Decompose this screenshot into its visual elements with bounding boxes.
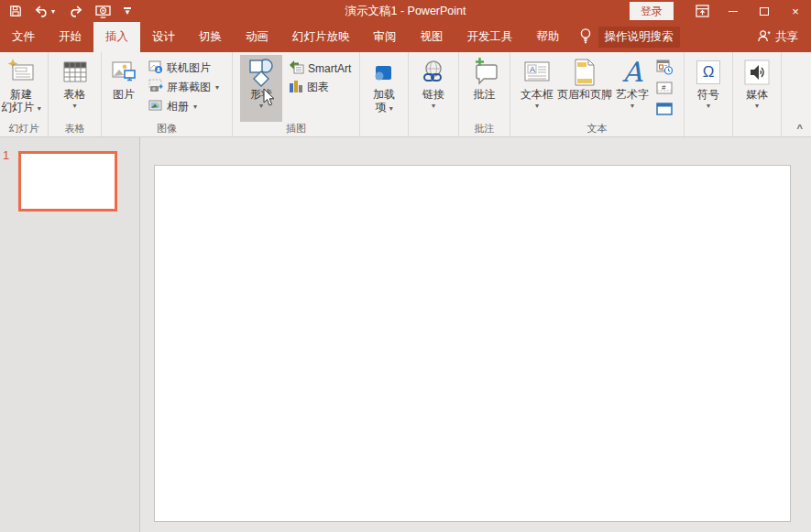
new-slide-icon (5, 57, 37, 88)
group-label-slides: 幻灯片 (0, 122, 48, 136)
table-button[interactable]: 表格 ▾ (54, 55, 96, 122)
pictures-button[interactable]: 图片 (102, 55, 146, 122)
tab-animations[interactable]: 动画 (234, 22, 280, 52)
tab-design[interactable]: 设计 (140, 22, 187, 52)
tab-insert[interactable]: 插入 (93, 22, 140, 52)
photo-album-label: 相册 (167, 99, 189, 114)
quick-access-toolbar: ▾ ▾ (0, 5, 131, 18)
date-and-time-button[interactable] (653, 59, 675, 77)
group-illustrations: 形状 ▾ SmartArt 图表 插图 (232, 52, 359, 136)
new-slide-button[interactable]: 新建 幻灯片 ▾ (0, 55, 42, 122)
tab-developer[interactable]: 开发工具 (455, 22, 525, 52)
tab-help[interactable]: 帮助 (525, 22, 572, 52)
photo-album-icon (148, 98, 163, 115)
undo-icon[interactable]: ▾ (35, 5, 55, 17)
person-plus-icon (757, 29, 771, 45)
addins-button[interactable]: 加载 项 ▾ (363, 55, 405, 122)
smartart-label: SmartArt (308, 62, 351, 75)
group-label-comments: 批注 (459, 122, 510, 136)
tell-me-search-input[interactable]: 操作说明搜索 (598, 27, 680, 48)
tab-slideshow[interactable]: 幻灯片放映 (280, 22, 362, 52)
dropdown-arrow-icon: ▾ (215, 83, 219, 92)
media-button[interactable]: 媒体 ▾ (736, 55, 778, 122)
customize-quick-access-icon[interactable]: ▾ (124, 7, 131, 15)
smartart-button[interactable]: SmartArt (286, 59, 354, 78)
comment-button[interactable]: 批注 (464, 55, 506, 122)
svg-text:#: # (662, 83, 666, 92)
group-addins: 加载 项 ▾ (359, 52, 408, 136)
redo-icon[interactable] (68, 5, 82, 17)
group-label-illustrations: 插图 (233, 122, 359, 136)
share-label: 共享 (775, 29, 798, 45)
editing-area (140, 137, 811, 532)
save-icon[interactable] (9, 5, 22, 17)
dropdown-arrow-icon: ▾ (535, 103, 539, 110)
text-box-icon: A (521, 57, 553, 88)
tab-review[interactable]: 审阅 (362, 22, 409, 52)
link-icon (418, 57, 449, 88)
group-links: 链接 ▾ (408, 52, 458, 136)
online-pictures-icon (148, 60, 163, 77)
media-icon (741, 57, 773, 88)
online-pictures-label: 联机图片 (167, 60, 211, 76)
symbol-button[interactable]: Ω 符号 ▾ (687, 55, 729, 122)
group-comments: 批注 批注 (458, 52, 510, 136)
group-label-addins (360, 122, 408, 136)
chart-icon (289, 79, 303, 96)
dropdown-arrow-icon: ▾ (630, 103, 634, 110)
group-label-links (409, 122, 458, 136)
tab-file[interactable]: 文件 (0, 22, 47, 52)
wordart-icon: A (622, 59, 642, 86)
group-label-images: 图像 (102, 122, 232, 136)
screenshot-button[interactable]: 屏幕截图 ▾ (146, 78, 222, 97)
object-icon (656, 103, 673, 118)
slide-1-thumbnail[interactable] (18, 151, 117, 212)
group-media: 媒体 ▾ (732, 52, 782, 136)
photo-album-button[interactable]: 相册 ▾ (146, 97, 222, 116)
slide-number-label: 1 (3, 148, 9, 162)
header-footer-button[interactable]: 页眉和页脚 (558, 55, 611, 122)
date-and-time-icon (656, 59, 673, 78)
table-icon (60, 57, 91, 88)
online-pictures-button[interactable]: 联机图片 (146, 59, 222, 78)
screenshot-label: 屏幕截图 (167, 80, 211, 95)
ribbon-display-options-icon[interactable] (686, 0, 718, 22)
maximize-button[interactable] (749, 0, 780, 22)
group-tables: 表格 ▾ 表格 (48, 52, 101, 136)
collapse-ribbon-icon[interactable]: ^ (797, 123, 803, 134)
slide-canvas[interactable] (154, 165, 791, 522)
svg-text:A: A (530, 65, 535, 74)
comment-icon (469, 57, 500, 88)
tab-home[interactable]: 开始 (47, 22, 93, 52)
tab-view[interactable]: 视图 (409, 22, 455, 52)
slide-number-button[interactable]: # (653, 80, 675, 98)
dropdown-arrow-icon: ▾ (259, 103, 263, 110)
minimize-button[interactable] (718, 0, 749, 22)
wordart-button[interactable]: A 艺术字 ▾ (611, 55, 653, 122)
object-button[interactable] (653, 101, 675, 119)
dropdown-arrow-icon: ▾ (389, 104, 393, 113)
tab-transitions[interactable]: 切换 (187, 22, 234, 52)
dropdown-arrow-icon: ▾ (193, 103, 197, 111)
link-button[interactable]: 链接 ▾ (412, 55, 455, 122)
undo-dropdown-icon[interactable]: ▾ (51, 7, 55, 16)
text-box-button[interactable]: A 文本框 ▾ (516, 55, 558, 122)
close-button[interactable]: × (780, 0, 811, 22)
group-text: A 文本框 ▾ 页眉和页脚 A 艺术字 ▾ (510, 52, 684, 136)
shapes-button[interactable]: 形状 ▾ (240, 55, 282, 122)
sign-in-button[interactable]: 登录 (630, 2, 674, 20)
pictures-icon (108, 57, 139, 88)
symbol-icon: Ω (696, 60, 720, 84)
chart-button[interactable]: 图表 (286, 78, 354, 97)
dropdown-arrow-icon: ▾ (432, 103, 435, 110)
group-label-text: 文本 (510, 122, 684, 136)
slide-number-icon: # (656, 81, 673, 97)
share-button[interactable]: 共享 (757, 22, 811, 52)
group-label-tables: 表格 (49, 122, 101, 136)
chart-label: 图表 (307, 80, 329, 95)
addins-icon (368, 57, 400, 88)
start-slideshow-icon[interactable] (95, 5, 111, 18)
group-label-media (733, 122, 781, 136)
dropdown-arrow-icon: ▾ (72, 103, 76, 110)
slide-thumbnail-panel: 1 (0, 137, 140, 532)
